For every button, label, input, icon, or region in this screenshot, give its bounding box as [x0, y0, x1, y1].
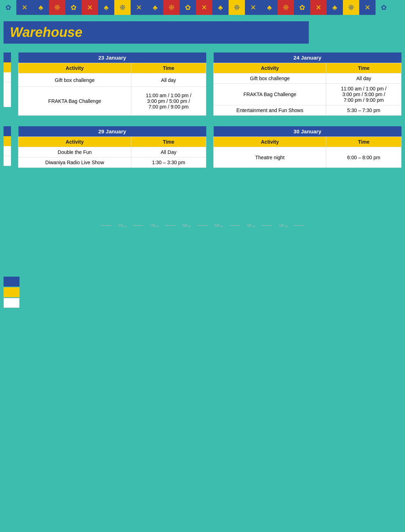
time-cell: 11:00 am / 1:00 pm / 3:00 pm / 5:00 pm /… [326, 84, 401, 105]
activity-cell: FRAKTA Bag Challenge [18, 87, 131, 116]
page-dot: ن.١٢٥ [117, 223, 126, 227]
dot-line [294, 225, 305, 226]
time-cell: 11:00 am / 1:00 pm / 3:00 pm / 5:00 pm /… [131, 87, 206, 116]
page-dot: ن.١٢٥ [150, 223, 159, 227]
page-dot: ن.١٥٢ [246, 223, 255, 227]
table-row: Gift box challenge All day [18, 73, 206, 87]
banner-icon: ✕ [310, 0, 327, 15]
activity-cell: FRAKTA Bag Challenge [214, 84, 326, 105]
col-header-time-24: Time [326, 63, 401, 73]
time-cell: All day [326, 73, 401, 84]
banner-icon: ♣ [147, 0, 163, 15]
banner-icon: ♣ [98, 0, 114, 15]
banner-icon: ❊ [278, 0, 294, 15]
col-header-activity-29: Activity [18, 137, 131, 147]
date-header-24: 24 January [214, 52, 401, 63]
banner-icon: ✕ [82, 0, 98, 15]
banner-icon: ✕ [359, 0, 376, 15]
col-header-activity-30: Activity [214, 137, 326, 147]
col-header-time-29: Time [131, 137, 206, 147]
legend-item-yellow [4, 287, 20, 297]
left-partial-1 [4, 52, 11, 116]
table-row: Double the Fun All Day [18, 147, 206, 157]
banner-icon: ✿ [294, 0, 310, 15]
activity-cell: Theatre night [214, 147, 326, 168]
table-29-january: 29 January Activity Time Double the Fun … [18, 126, 206, 168]
legend-color-blue [4, 277, 20, 287]
dot-line [197, 225, 208, 226]
time-cell: All Day [131, 147, 206, 157]
col-header-time-23: Time [131, 63, 206, 73]
col-header-activity-24: Activity [214, 63, 326, 73]
banner-icon: ♣ [327, 0, 343, 15]
dot-line [133, 225, 143, 226]
left-partial-2 [4, 126, 11, 168]
tables-wrapper: 23 January Activity Time Gift box challe… [4, 52, 401, 168]
banner-icon: ✿ [65, 0, 82, 15]
banner-icon: ❊ [49, 0, 65, 15]
table-row: Theatre night 6:00 – 8:00 pm [214, 147, 401, 168]
banner-icon: ✕ [245, 0, 261, 15]
banner-icon: ✕ [131, 0, 147, 15]
activity-cell: Gift box challenge [214, 73, 326, 84]
table-23-january: 23 January Activity Time Gift box challe… [18, 52, 206, 116]
legend-color-white [4, 298, 20, 308]
time-cell: 1:30 – 3:30 pm [131, 157, 206, 168]
col-header-activity-23: Activity [18, 63, 131, 73]
time-cell: All day [131, 73, 206, 87]
date-header-23: 23 January [18, 52, 206, 63]
dot-line [262, 225, 272, 226]
banner-icon: ♣ [33, 0, 49, 15]
legend-item-blue [4, 277, 20, 287]
date-header-29: 29 January [18, 126, 206, 137]
activity-cell: Gift box challenge [18, 73, 131, 87]
page-dot: ن.١٥٢ [279, 223, 288, 227]
table-row: Diwaniya Radio Live Show 1:30 – 3:30 pm [18, 157, 206, 168]
table-row: Entertainment and Fun Shows 5:30 – 7:30 … [214, 105, 401, 116]
dot-line [229, 225, 240, 226]
page-title: Warehouse [10, 25, 82, 40]
legend-item-white [4, 298, 20, 308]
tables-row-2: 29 January Activity Time Double the Fun … [4, 126, 401, 168]
legend-section [4, 277, 20, 309]
dot-line [165, 225, 176, 226]
table-row: FRAKTA Bag Challenge 11:00 am / 1:00 pm … [18, 87, 206, 116]
time-cell: 6:00 – 8:00 pm [326, 147, 401, 168]
banner-icon: ♣ [261, 0, 278, 15]
dot-line [100, 225, 111, 226]
time-cell: 5:30 – 7:30 pm [326, 105, 401, 116]
banner-icon: ✿ [376, 0, 392, 15]
legend-color-yellow [4, 287, 20, 297]
banner-icon: ✿ [180, 0, 196, 15]
page-dot: ن.٢٥٢ [182, 223, 191, 227]
tables-row-1: 23 January Activity Time Gift box challe… [4, 52, 401, 116]
banner-icon: ✕ [16, 0, 33, 15]
date-header-30: 30 January [214, 126, 401, 137]
banner-icon: ❊ [229, 0, 245, 15]
banner-icon: ♣ [212, 0, 229, 15]
top-banner: ✿ ✕ ♣ ❊ ✿ ✕ ♣ ❊ ✕ ♣ ❊ ✿ ✕ ♣ ❊ ✕ ♣ ❊ ✿ ✕ … [0, 0, 405, 15]
table-30-january: 30 January Activity Time Theatre night 6… [213, 126, 401, 168]
banner-icon: ❊ [114, 0, 131, 15]
banner-icons: ✿ ✕ ♣ ❊ ✿ ✕ ♣ ❊ ✕ ♣ ❊ ✿ ✕ ♣ ❊ ✕ ♣ ❊ ✿ ✕ … [0, 0, 405, 15]
banner-icon: ❊ [163, 0, 180, 15]
page-dot: ن.٢٥٢ [214, 223, 223, 227]
col-header-time-30: Time [326, 137, 401, 147]
pagination-area: ن.١٢٥ ن.١٢٥ ن.٢٥٢ ن.٢٥٢ ن.١٥٢ ن.١٥٢ [100, 223, 305, 227]
activity-cell: Diwaniya Radio Live Show [18, 157, 131, 168]
table-row: FRAKTA Bag Challenge 11:00 am / 1:00 pm … [214, 84, 401, 105]
banner-icon: ✿ [0, 0, 16, 15]
banner-icon: ✕ [196, 0, 212, 15]
title-section: Warehouse [4, 21, 309, 44]
table-24-january: 24 January Activity Time Gift box challe… [213, 52, 401, 116]
activity-cell: Double the Fun [18, 147, 131, 157]
activity-cell: Entertainment and Fun Shows [214, 105, 326, 116]
table-row: Gift box challenge All day [214, 73, 401, 84]
banner-icon: ❊ [343, 0, 359, 15]
